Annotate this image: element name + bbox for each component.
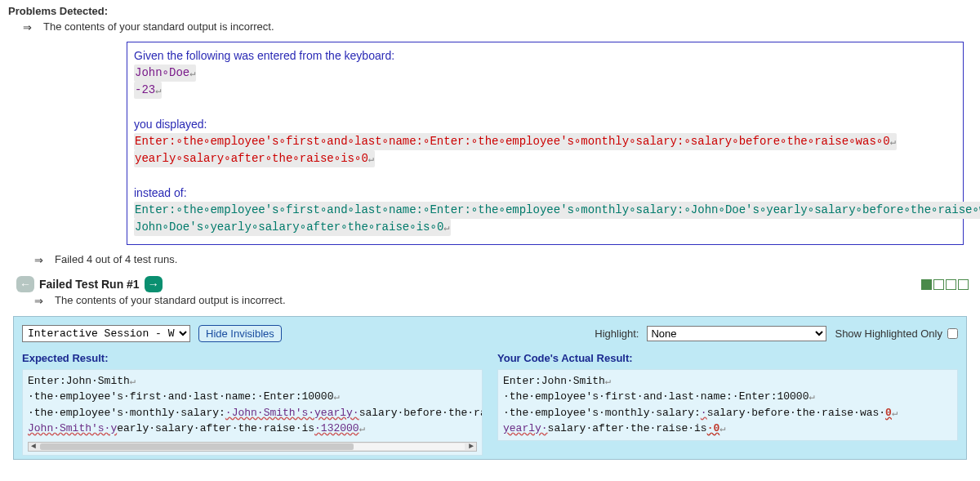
problem-text: The contents of your standard output is …: [43, 20, 274, 33]
results-panel: Interactive Session - W Hide Invisibles …: [13, 316, 967, 460]
hide-invisibles-button[interactable]: Hide Invisibles: [198, 325, 282, 342]
test-run-header: ← Failed Test Run #1 →: [16, 276, 972, 292]
actual-title: Your Code's Actual Result:: [497, 352, 958, 364]
given-label: Given the following was entered from the…: [134, 47, 956, 65]
expected-line: John∘Doe's∘yearly∘salary∘after∘the∘raise…: [134, 219, 956, 236]
diagnostic-box: Given the following was entered from the…: [127, 42, 964, 245]
panel-controls: Interactive Session - W Hide Invisibles …: [22, 325, 958, 342]
prev-test-button[interactable]: ←: [16, 276, 34, 292]
kb-input-line: -23↵: [134, 82, 956, 99]
show-highlighted-only-label: Show Highlighted Only: [835, 327, 958, 340]
test-run-title: Failed Test Run #1: [39, 278, 140, 291]
horizontal-scrollbar[interactable]: ◄ ►: [28, 442, 477, 452]
show-highlighted-only-checkbox[interactable]: [947, 328, 958, 339]
expected-output: Enter:John·Smith↵ ·the·employee's·first·…: [22, 369, 483, 456]
scroll-right-icon[interactable]: ►: [469, 440, 474, 452]
test-status-indicators: [921, 279, 969, 290]
test-status-square[interactable]: [921, 279, 932, 290]
test-status-square[interactable]: [958, 279, 969, 290]
session-select[interactable]: Interactive Session - W: [22, 325, 190, 342]
problem-text: Failed 4 out of 4 test runs.: [55, 253, 177, 265]
displayed-line: Enter:∘the∘employee's∘first∘and∘last∘nam…: [134, 133, 956, 150]
problem-item: ⇒ The contents of your standard output i…: [23, 20, 972, 35]
expected-column: Expected Result: Enter:John·Smith↵ ·the·…: [22, 352, 483, 456]
you-displayed-label: you displayed:: [134, 116, 956, 133]
problems-heading: Problems Detected:: [8, 5, 972, 17]
test-status-square[interactable]: [946, 279, 956, 290]
instead-label: instead of:: [134, 185, 956, 202]
test-status-square[interactable]: [933, 279, 944, 290]
scroll-left-icon[interactable]: ◄: [31, 440, 36, 452]
highlight-label: Highlight:: [595, 327, 639, 340]
kb-input-line: John∘Doe↵: [134, 65, 956, 82]
expected-line: Enter:∘the∘employee's∘first∘and∘last∘nam…: [134, 202, 956, 219]
bullet-arrow-icon: ⇒: [23, 20, 32, 35]
test-run-subtext: ⇒ The contents of your standard output i…: [34, 294, 972, 309]
problem-item: ⇒ Failed 4 out of 4 test runs.: [34, 253, 972, 268]
expected-title: Expected Result:: [22, 352, 483, 364]
actual-output: Enter:John·Smith↵ ·the·employee's·first·…: [497, 369, 958, 441]
displayed-line: yearly∘salary∘after∘the∘raise∘is∘0↵: [134, 150, 956, 167]
problem-text: The contents of your standard output is …: [55, 294, 286, 306]
highlight-select[interactable]: None: [647, 326, 826, 341]
next-test-button[interactable]: →: [145, 276, 163, 292]
actual-column: Your Code's Actual Result: Enter:John·Sm…: [497, 352, 958, 456]
bullet-arrow-icon: ⇒: [34, 253, 43, 268]
bullet-arrow-icon: ⇒: [34, 294, 43, 309]
